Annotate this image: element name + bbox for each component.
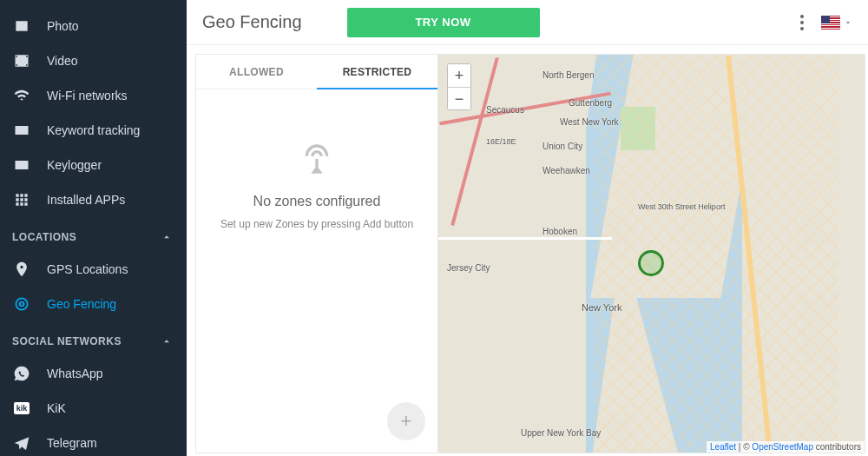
sidebar-item-video[interactable]: Video bbox=[0, 43, 187, 78]
section-label: SOCIAL NETWORKS bbox=[12, 335, 122, 347]
map-label: West New York bbox=[560, 117, 619, 127]
svg-point-2 bbox=[21, 303, 23, 305]
empty-title: No zones configured bbox=[253, 194, 381, 209]
map-label: Hoboken bbox=[542, 227, 577, 236]
sidebar-item-telegram[interactable]: Telegram bbox=[0, 426, 187, 456]
keyboard-icon bbox=[12, 155, 31, 175]
map-attribution: Leaflet | © OpenStreetMap contributors bbox=[707, 441, 865, 453]
page-title: Geo Fencing bbox=[202, 12, 302, 32]
map-label: Upper New York Bay bbox=[521, 428, 601, 438]
main: Geo Fencing TRY NOW ALLOWED RESTRICTED bbox=[187, 0, 868, 456]
sidebar-item-label: GPS Locations bbox=[47, 262, 128, 276]
send-icon bbox=[12, 433, 31, 453]
apps-icon bbox=[12, 190, 31, 209]
sidebar-item-wifi[interactable]: Wi-Fi networks bbox=[0, 78, 187, 113]
sidebar-item-whatsapp[interactable]: WhatsApp bbox=[0, 356, 187, 391]
keyboard-icon bbox=[12, 121, 31, 140]
target-icon bbox=[12, 294, 31, 314]
empty-subtitle: Set up new Zones by pressing Add button bbox=[220, 218, 413, 230]
sidebar-item-keylogger[interactable]: Keylogger bbox=[0, 148, 187, 182]
topbar: Geo Fencing TRY NOW bbox=[187, 0, 868, 45]
map-label: New York bbox=[582, 302, 621, 313]
empty-state: No zones configured Set up new Zones by … bbox=[196, 89, 437, 453]
sidebar-item-geo-fencing[interactable]: Geo Fencing bbox=[0, 287, 187, 321]
zoom-out-button[interactable]: − bbox=[448, 87, 470, 109]
photo-icon bbox=[12, 17, 31, 36]
caret-down-icon bbox=[844, 18, 852, 27]
sidebar-item-label: Video bbox=[47, 54, 78, 68]
zones-panel: ALLOWED RESTRICTED No zones configured S… bbox=[195, 54, 438, 453]
kik-icon: kik bbox=[12, 399, 31, 418]
sidebar-item-installed-apps[interactable]: Installed APPs bbox=[0, 182, 187, 217]
sidebar-item-gps-locations[interactable]: GPS Locations bbox=[0, 252, 187, 287]
wifi-icon bbox=[12, 86, 31, 105]
language-selector[interactable] bbox=[821, 16, 852, 30]
map-label: Weehawken bbox=[542, 166, 590, 175]
whatsapp-icon bbox=[12, 364, 31, 383]
map-label: Union City bbox=[542, 142, 582, 151]
section-label: LOCATIONS bbox=[12, 231, 76, 243]
geo-fence-marker[interactable] bbox=[638, 250, 664, 276]
video-icon bbox=[12, 51, 31, 70]
map-label: Guttenberg bbox=[569, 98, 612, 108]
tab-restricted[interactable]: RESTRICTED bbox=[317, 55, 437, 89]
antenna-icon bbox=[299, 142, 334, 176]
sidebar-item-label: Installed APPs bbox=[47, 193, 125, 207]
sidebar-item-label: WhatsApp bbox=[47, 367, 103, 380]
flag-us-icon bbox=[821, 16, 840, 30]
zoom-in-button[interactable]: + bbox=[448, 64, 470, 87]
sidebar-item-kik[interactable]: kik KiK bbox=[0, 391, 187, 426]
sidebar-item-label: Keylogger bbox=[47, 158, 102, 172]
section-header-social[interactable]: SOCIAL NETWORKS bbox=[0, 321, 187, 356]
sidebar-item-label: Keyword tracking bbox=[47, 123, 140, 137]
sidebar: Photo Video Wi-Fi networks Keyword track… bbox=[0, 0, 187, 456]
sidebar-item-photo[interactable]: Photo bbox=[0, 9, 187, 43]
sidebar-item-label: Telegram bbox=[47, 436, 97, 450]
map[interactable]: North Bergen Guttenberg Secaucus West Ne… bbox=[438, 54, 865, 453]
pin-icon bbox=[12, 260, 31, 279]
chevron-up-icon bbox=[159, 229, 174, 245]
osm-link[interactable]: OpenStreetMap bbox=[752, 442, 813, 452]
kebab-menu[interactable] bbox=[793, 10, 811, 36]
sidebar-item-label: KiK bbox=[47, 401, 66, 415]
map-label: Secaucus bbox=[486, 105, 524, 115]
map-label: 16E/18E bbox=[486, 137, 516, 146]
add-zone-button[interactable]: + bbox=[387, 402, 425, 440]
map-label: Jersey City bbox=[447, 263, 490, 273]
chevron-up-icon bbox=[159, 334, 174, 349]
sidebar-item-label: Geo Fencing bbox=[47, 297, 116, 311]
map-label: North Bergen bbox=[542, 70, 594, 80]
tab-allowed[interactable]: ALLOWED bbox=[196, 55, 317, 89]
sidebar-item-label: Photo bbox=[47, 19, 79, 33]
section-header-locations[interactable]: LOCATIONS bbox=[0, 217, 187, 252]
try-now-button[interactable]: TRY NOW bbox=[347, 8, 540, 37]
leaflet-link[interactable]: Leaflet bbox=[710, 442, 736, 452]
zoom-control: + − bbox=[447, 63, 471, 110]
map-label: West 30th Street Heliport bbox=[638, 202, 725, 211]
sidebar-item-keyword-tracking[interactable]: Keyword tracking bbox=[0, 113, 187, 148]
sidebar-item-label: Wi-Fi networks bbox=[47, 89, 128, 102]
